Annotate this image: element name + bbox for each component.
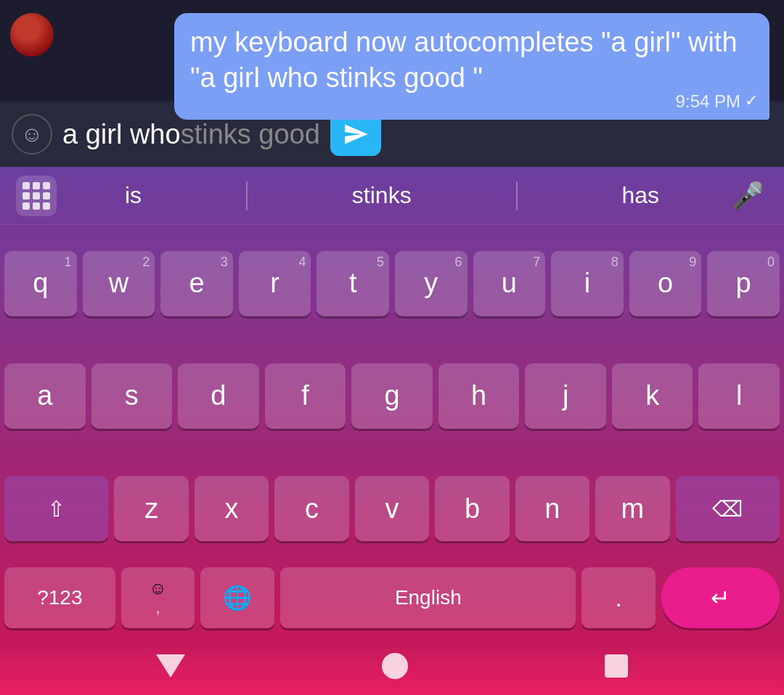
suggestion-2[interactable]: stinks (338, 176, 426, 215)
back-icon (156, 654, 185, 678)
key-k[interactable]: k (612, 363, 693, 429)
suggestion-3[interactable]: has (607, 176, 674, 215)
key-row-3: ⇧ z x c v b n m ⌫ (4, 456, 780, 562)
key-m[interactable]: m (595, 476, 669, 541)
grid-icon (16, 176, 57, 216)
key-p[interactable]: 0p (707, 251, 780, 316)
emoji-button[interactable]: ☺ (12, 114, 52, 155)
comma-label: , (156, 599, 160, 617)
nav-bar (0, 637, 784, 695)
keyboard: is stinks has 🎤 1q 2w 3e 4r 5t 6y 7u 8i … (0, 167, 784, 637)
input-display[interactable]: a girl who stinks good (62, 119, 320, 150)
space-key[interactable]: English (280, 567, 576, 628)
suggestions-middle: is stinks has (65, 176, 719, 215)
suggestion-divider-2 (516, 181, 518, 210)
period-key[interactable]: . (581, 567, 656, 628)
key-h[interactable]: h (438, 363, 520, 429)
globe-icon: 🌐 (223, 584, 252, 612)
suggestion-divider-1 (246, 181, 248, 210)
read-checkmark: ✓ (745, 91, 758, 112)
back-button[interactable] (156, 654, 185, 678)
key-e[interactable]: 3e (160, 251, 233, 316)
mic-icon: 🎤 (732, 181, 764, 211)
send-icon (343, 121, 369, 147)
keyboard-switcher[interactable] (7, 176, 65, 216)
key-i[interactable]: 8i (551, 251, 624, 316)
chat-area: my keyboard now autocompletes "a girl" w… (0, 0, 784, 102)
key-v[interactable]: v (355, 476, 429, 541)
key-b[interactable]: b (435, 476, 509, 541)
key-d[interactable]: d (178, 363, 259, 429)
emoji-comma-key[interactable]: ☺ , (121, 567, 195, 628)
suggestion-1[interactable]: is (110, 176, 156, 215)
chat-time: 9:54 PM ✓ (676, 90, 758, 112)
globe-key[interactable]: 🌐 (200, 567, 274, 628)
home-button[interactable] (382, 653, 408, 679)
recents-icon (605, 654, 628, 678)
bottom-row: ?123 ☺ , 🌐 English . ↵ (0, 564, 784, 637)
key-rows: 1q 2w 3e 4r 5t 6y 7u 8i 9o 0p a s d f g … (0, 225, 784, 564)
key-row-1: 1q 2w 3e 4r 5t 6y 7u 8i 9o 0p (4, 231, 780, 336)
key-t[interactable]: 5t (317, 251, 389, 316)
shift-key[interactable]: ⇧ (4, 476, 108, 541)
chat-bubble: my keyboard now autocompletes "a girl" w… (174, 13, 769, 120)
key-c[interactable]: c (274, 476, 348, 541)
key-row-2: a s d f g h j k l (4, 343, 780, 448)
key-n[interactable]: n (515, 476, 589, 541)
backspace-key[interactable]: ⌫ (676, 476, 780, 541)
input-text-typed: a girl who (62, 119, 181, 150)
avatar (10, 13, 54, 57)
key-w[interactable]: 2w (83, 251, 155, 316)
recents-button[interactable] (605, 654, 628, 678)
key-a[interactable]: a (4, 363, 86, 429)
input-text-autocomplete: stinks good (181, 119, 320, 150)
key-o[interactable]: 9o (629, 251, 702, 316)
enter-key[interactable]: ↵ (661, 567, 780, 628)
bubble-text: my keyboard now autocompletes "a girl" w… (190, 27, 738, 93)
key-j[interactable]: j (525, 363, 606, 429)
key-f[interactable]: f (265, 363, 346, 429)
key-r[interactable]: 4r (239, 251, 311, 316)
suggestions-row: is stinks has 🎤 (0, 167, 784, 225)
emoji-face-icon: ☺ (149, 578, 167, 599)
key-g[interactable]: g (351, 363, 433, 429)
num-key[interactable]: ?123 (4, 567, 115, 628)
key-q[interactable]: 1q (4, 251, 77, 316)
key-x[interactable]: x (195, 476, 269, 541)
home-icon (382, 653, 408, 679)
key-y[interactable]: 6y (395, 251, 467, 316)
mic-button[interactable]: 🎤 (719, 181, 777, 211)
key-s[interactable]: s (91, 363, 173, 429)
key-z[interactable]: z (114, 476, 188, 541)
key-l[interactable]: l (698, 363, 780, 429)
key-u[interactable]: 7u (473, 251, 546, 316)
